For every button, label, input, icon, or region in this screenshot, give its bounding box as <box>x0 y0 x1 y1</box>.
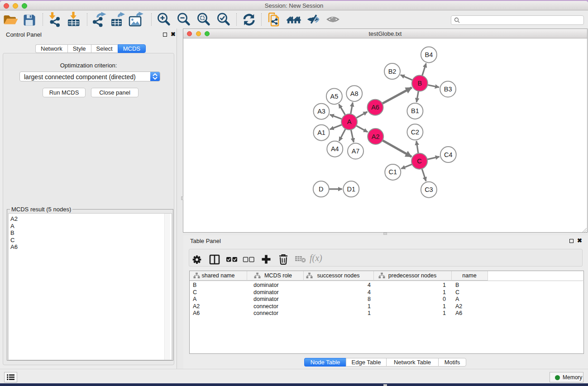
svg-text:B1: B1 <box>411 107 419 114</box>
svg-text:C1: C1 <box>389 168 397 176</box>
svg-text:A: A <box>347 118 352 125</box>
svg-text:B4: B4 <box>425 51 433 58</box>
svg-text:A5: A5 <box>330 93 339 100</box>
svg-text:A4: A4 <box>331 145 339 152</box>
svg-text:C: C <box>417 157 421 165</box>
svg-text:A1: A1 <box>317 129 325 136</box>
svg-text:C2: C2 <box>411 129 420 136</box>
svg-text:C3: C3 <box>425 186 433 193</box>
svg-text:B2: B2 <box>388 68 397 75</box>
svg-text:D1: D1 <box>347 186 356 193</box>
svg-text:A8: A8 <box>350 90 359 97</box>
svg-text:D: D <box>319 186 323 193</box>
svg-text:A7: A7 <box>352 148 360 155</box>
svg-text:C4: C4 <box>444 151 453 158</box>
svg-text:B3: B3 <box>444 86 452 93</box>
svg-text:B: B <box>417 80 422 87</box>
svg-text:A6: A6 <box>371 104 379 111</box>
svg-text:A2: A2 <box>372 133 380 140</box>
svg-text:A3: A3 <box>317 108 325 115</box>
